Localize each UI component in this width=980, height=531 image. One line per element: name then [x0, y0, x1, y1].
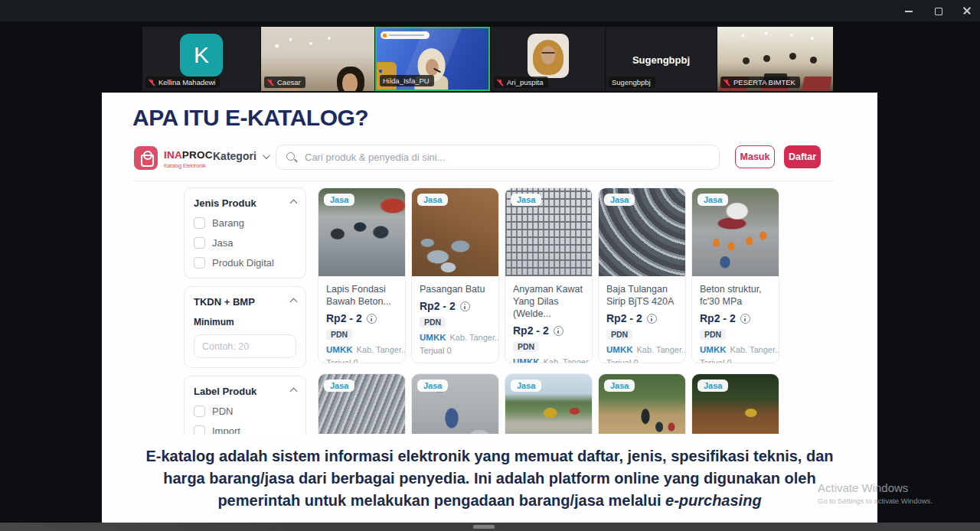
info-icon[interactable] [740, 314, 750, 324]
product-location: Kab. Tanger... [544, 357, 593, 363]
participant-name-badge: Sugengbpbj [609, 77, 655, 88]
filter-option-label: Jasa [212, 237, 233, 249]
filter-title: Label Produk [194, 386, 256, 397]
catalog-body: Jenis Produk Barang Jasa Produk Digital … [102, 187, 877, 434]
product-sold: Terjual 0 [700, 358, 771, 363]
pdn-label: PDN [326, 329, 352, 340]
taskbar-handle[interactable] [473, 525, 495, 529]
room-person [789, 53, 796, 60]
participant-tile-caesar[interactable]: Caesar [261, 27, 374, 91]
participant-name-badge: Hilda_Isfa_PU [380, 75, 434, 86]
participant-tile-sugeng[interactable]: Sugengbpbj Sugengbpbj [606, 27, 717, 91]
masuk-button[interactable]: Masuk [735, 145, 775, 168]
filter-title: TKDN + BMP [194, 296, 255, 308]
search-input[interactable] [305, 151, 710, 163]
slide-description: E-katalog adalah sistem informasi elektr… [102, 445, 877, 512]
header-divider [132, 181, 835, 181]
close-icon[interactable] [962, 5, 972, 16]
jasa-badge: Jasa [417, 380, 448, 392]
product-location: Kab. Tanger... [357, 345, 407, 354]
description-line: E-katalog adalah sistem informasi elektr… [102, 445, 877, 467]
chevron-up-icon[interactable] [290, 388, 298, 396]
filter-option-label: Barang [212, 217, 244, 229]
room-person [743, 57, 750, 64]
filter-box-label-produk: Label Produk PDN Import Verified [184, 376, 306, 434]
product-image: Jasa [412, 374, 498, 434]
product-card[interactable]: Jasa [598, 373, 686, 434]
product-card[interactable]: Jasa [505, 373, 593, 434]
filter-box-tkdn-bmp: TKDN + BMP Minimum [184, 286, 306, 368]
info-icon[interactable] [647, 314, 657, 324]
brand-name-secondary: PROC [182, 149, 213, 161]
product-card[interactable]: Jasa Lapis Fondasi Bawah Beton... Rp2 - … [318, 187, 406, 363]
filter-option-label: Produk Digital [212, 257, 274, 269]
mic-muted-icon [724, 79, 730, 86]
product-card[interactable]: Jasa Pasangan Batu Rp2 - 2 PDN UMKKKab. … [411, 187, 499, 363]
product-title: Anyaman Kawat Yang Dilas (Welde... [513, 283, 584, 320]
jasa-badge: Jasa [324, 194, 354, 206]
jasa-badge: Jasa [324, 380, 354, 392]
e-purchasing-term: e-purchasing [665, 492, 762, 509]
participant-tile-hilda-active-speaker[interactable]: Hilda_Isfa_PU [375, 27, 490, 91]
filter-title: Jenis Produk [194, 197, 256, 209]
product-card[interactable]: Jasa [691, 373, 779, 434]
product-image: Jasa [505, 374, 592, 434]
tkdn-minimum-input[interactable] [194, 334, 296, 358]
checkbox-jasa[interactable] [194, 237, 205, 249]
product-card[interactable]: Jasa [318, 373, 406, 434]
jasa-badge: Jasa [417, 194, 448, 206]
product-image: Jasa [599, 374, 685, 434]
product-sold: Terjual 0 [326, 358, 397, 363]
description-line: pemerintah untuk melakukan pengadaan bar… [102, 490, 877, 512]
checkbox-pdn[interactable] [194, 406, 205, 417]
info-icon[interactable] [367, 314, 377, 324]
participant-tile-kellina[interactable]: K Kellina Mahadewi [142, 27, 260, 91]
meeting-window: K Kellina Mahadewi Caesar Hilda_Isfa_PU [0, 0, 980, 531]
product-card[interactable]: Jasa [411, 373, 499, 434]
bottom-taskbar-strip[interactable] [0, 523, 980, 531]
participant-name-badge: PESERTA BIMTEK [720, 77, 800, 88]
product-title: Beton struktur, fc'30 MPa [700, 283, 771, 308]
shared-screen-slide: APA ITU E-KATALOG? INAPROC Katalog Elekt… [102, 93, 877, 523]
product-image: Jasa [692, 188, 779, 276]
participant-video-figure [337, 67, 364, 91]
product-image: Jasa [318, 188, 405, 276]
jasa-badge: Jasa [511, 194, 541, 206]
daftar-button[interactable]: Daftar [784, 145, 821, 168]
product-image: Jasa [318, 374, 405, 434]
minimize-icon[interactable] [903, 5, 914, 16]
product-image: Jasa [505, 188, 592, 276]
avatar [528, 34, 569, 78]
product-location: Kab. Tanger... [730, 345, 780, 354]
jasa-badge: Jasa [511, 380, 541, 392]
participant-display-name: Sugengbpbj [606, 54, 717, 66]
avatar-face [541, 46, 555, 64]
product-image: Jasa [692, 374, 779, 434]
search-bar[interactable] [276, 145, 720, 170]
inaproc-logo[interactable]: INAPROC Katalog Elektronik [134, 146, 213, 170]
product-price: Rp2 - 2 [513, 324, 549, 337]
product-image: Jasa [412, 188, 498, 276]
product-image: Jasa [599, 188, 685, 276]
product-card[interactable]: Jasa Baja Tulangan Sirip BjTS 420A Rp2 -… [598, 187, 686, 363]
info-icon[interactable] [460, 301, 470, 311]
checkbox-import[interactable] [194, 425, 205, 434]
participant-name-badge: Ari_puspita [494, 77, 548, 88]
brand-tagline: Katalog Elektronik [164, 163, 213, 168]
window-titlebar [0, 0, 980, 21]
chevron-up-icon[interactable] [290, 298, 298, 306]
checkbox-produk-digital[interactable] [194, 257, 205, 269]
product-card[interactable]: Jasa Anyaman Kawat Yang Dilas (Welde... … [505, 187, 593, 363]
chevron-up-icon[interactable] [290, 200, 298, 207]
mic-muted-icon [497, 79, 504, 86]
restore-icon[interactable] [933, 5, 943, 16]
overlay-banner [381, 31, 430, 39]
participant-tile-ari[interactable]: Ari_puspita [491, 27, 605, 91]
checkbox-barang[interactable] [194, 217, 205, 229]
product-location: Kab. Tanger... [450, 333, 500, 342]
participant-tile-peserta-bimtek[interactable]: PESERTA BIMTEK [717, 27, 833, 91]
info-icon[interactable] [554, 326, 564, 336]
product-card[interactable]: Jasa Beton struktur, fc'30 MPa Rp2 - 2 P… [691, 187, 779, 363]
jasa-badge: Jasa [697, 194, 728, 206]
kategori-dropdown[interactable]: Kategori [213, 150, 268, 162]
